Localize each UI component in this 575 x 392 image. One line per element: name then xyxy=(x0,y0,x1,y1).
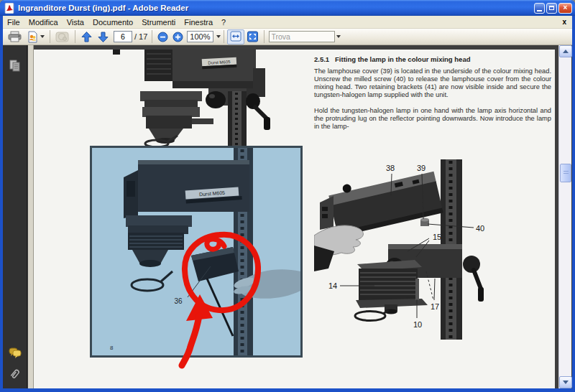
zoom-out-icon xyxy=(157,32,168,42)
top-photo-enlarger: Durst M605 xyxy=(68,50,313,149)
menubar: File Modifica Vista Documento Strumenti … xyxy=(3,16,572,29)
diagram-label-15: 15 xyxy=(433,233,441,241)
toolbar-separator xyxy=(50,30,50,43)
menu-strumenti[interactable]: Strumenti xyxy=(137,17,180,27)
zoom-level-value: 100% xyxy=(190,32,210,41)
chevron-down-icon xyxy=(563,381,569,384)
zoom-in-icon xyxy=(172,32,183,42)
zoom-level-select[interactable]: 100% xyxy=(187,31,213,42)
zoom-out-button[interactable] xyxy=(155,29,170,45)
toolbar: / 17 100% xyxy=(3,29,572,45)
page-total-label: / 17 xyxy=(134,32,147,41)
diagram-label-40: 40 xyxy=(476,224,484,233)
menu-vista[interactable]: Vista xyxy=(63,17,88,27)
find-box xyxy=(269,31,341,42)
next-page-button[interactable] xyxy=(95,29,111,45)
document-close-button[interactable]: x xyxy=(562,18,566,26)
window-title: Ingranditore Durst (ing).pdf - Adobe Rea… xyxy=(18,4,533,12)
print-button[interactable] xyxy=(6,29,24,45)
arrow-up-icon xyxy=(80,31,93,43)
disabled-globe-icon xyxy=(55,31,70,43)
menu-modifica[interactable]: Modifica xyxy=(24,17,63,27)
toolbar-separator xyxy=(152,30,152,43)
red-circle-annotation xyxy=(207,239,224,249)
paragraph-2: Hold the tungsten-halogen lamp in one ha… xyxy=(314,107,551,131)
toolbar-separator xyxy=(75,30,75,43)
fullscreen-icon xyxy=(247,31,259,42)
scroll-up-button[interactable] xyxy=(559,45,572,57)
previous-page-button[interactable] xyxy=(78,29,95,45)
fit-width-button[interactable] xyxy=(227,29,244,45)
main-area: Durst M605 xyxy=(3,45,572,388)
fit-width-icon xyxy=(229,31,242,42)
text-column: 2.5.1 Fitting the lamp in the colour mix… xyxy=(314,55,551,139)
toolbar-separator xyxy=(224,30,224,43)
maximize-button[interactable] xyxy=(546,3,557,14)
attachments-panel-icon[interactable] xyxy=(9,368,22,381)
toolbar-separator xyxy=(264,30,264,43)
menu-finestra[interactable]: Finestra xyxy=(180,17,217,27)
find-dropdown-caret[interactable] xyxy=(336,35,341,38)
pdf-page: Durst M605 xyxy=(34,50,555,388)
zoom-in-button[interactable] xyxy=(170,29,185,45)
page-number-input[interactable] xyxy=(114,31,132,42)
email-button-disabled xyxy=(53,29,72,45)
minimize-icon xyxy=(537,10,542,11)
fullscreen-button[interactable] xyxy=(244,29,261,45)
vertical-scrollbar[interactable] xyxy=(558,45,571,388)
navigation-sidebar xyxy=(3,45,27,388)
menu-help[interactable]: ? xyxy=(217,17,230,27)
diagram-label-10: 10 xyxy=(413,320,422,329)
share-button[interactable] xyxy=(24,29,47,45)
printer-icon xyxy=(8,31,22,42)
scrollbar-thumb[interactable] xyxy=(560,164,571,182)
menu-documento[interactable]: Documento xyxy=(88,17,137,27)
diagram-label-38: 38 xyxy=(386,164,395,172)
comments-panel-icon[interactable] xyxy=(9,347,22,360)
chevron-up-icon xyxy=(563,50,569,53)
paragraph-1: The lamphouse cover (39) is located in t… xyxy=(314,67,551,99)
titlebar: Ingranditore Durst (ing).pdf - Adobe Rea… xyxy=(0,0,575,16)
pdf-app-icon xyxy=(4,3,15,14)
minimize-button[interactable] xyxy=(534,3,545,14)
zoom-dropdown-caret[interactable] xyxy=(216,35,221,38)
close-icon: × xyxy=(564,4,568,11)
diagram-label-39: 39 xyxy=(417,164,426,172)
share-document-icon xyxy=(26,31,39,43)
diagram-label-14: 14 xyxy=(328,281,337,290)
pages-panel-icon[interactable] xyxy=(9,60,22,73)
diagram-label-17: 17 xyxy=(431,302,439,311)
right-photo-diagram: 38 39 40 15 14 17 10 xyxy=(314,151,555,352)
adobe-reader-window: Ingranditore Durst (ing).pdf - Adobe Rea… xyxy=(0,0,575,392)
document-canvas: Durst M605 xyxy=(34,45,558,388)
arrow-down-icon xyxy=(97,31,109,43)
red-annotation-overlay xyxy=(92,148,300,355)
section-heading: 2.5.1 Fitting the lamp in the colour mix… xyxy=(314,55,551,63)
find-input[interactable] xyxy=(269,31,335,42)
close-button[interactable]: × xyxy=(558,3,572,14)
inset-figure: Durst M605 xyxy=(90,146,303,358)
scroll-down-button[interactable] xyxy=(559,376,572,388)
panel-splitter[interactable] xyxy=(28,45,34,388)
menu-file[interactable]: File xyxy=(3,17,24,27)
share-dropdown-caret xyxy=(40,35,45,38)
maximize-icon xyxy=(549,6,554,10)
